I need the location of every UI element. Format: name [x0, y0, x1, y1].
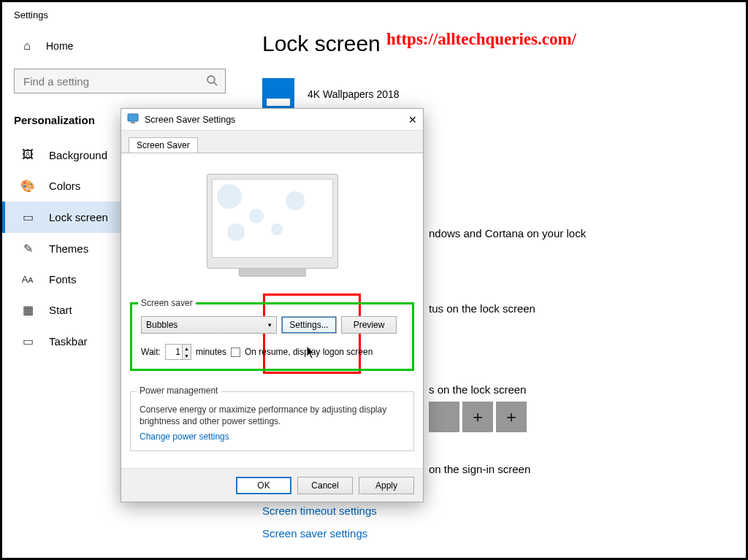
sidebar-item-label: Taskbar — [49, 335, 88, 348]
app-title: Settings — [2, 2, 245, 35]
spinner-down-icon[interactable]: ▼ — [182, 352, 191, 359]
ok-button[interactable]: OK — [236, 477, 291, 494]
link-screen-timeout[interactable]: Screen timeout settings — [262, 505, 746, 517]
dialog-footer: OK Cancel Apply — [121, 468, 423, 502]
tab-screen-saver[interactable]: Screen Saver — [129, 137, 198, 153]
group-legend: Power management — [137, 386, 221, 396]
preview-button[interactable]: Preview — [341, 316, 397, 334]
settings-button[interactable]: Settings... — [281, 316, 337, 334]
group-power-management: Power management Conserve energy or maxi… — [130, 391, 414, 451]
sidebar-item-label: Colors — [49, 180, 80, 192]
svg-rect-2 — [128, 114, 138, 121]
background-text: ndows and Cortana on your lock — [429, 227, 746, 239]
lock-icon: ▭ — [20, 210, 36, 224]
search-icon — [206, 74, 218, 88]
page-title: Lock screen — [262, 31, 746, 56]
minutes-label: minutes — [196, 347, 226, 357]
combo-value: Bubbles — [146, 320, 178, 330]
wait-value[interactable] — [166, 346, 182, 358]
search-field[interactable] — [22, 74, 206, 88]
chevron-down-icon: ▾ — [268, 321, 272, 329]
apply-button[interactable]: Apply — [359, 477, 414, 494]
sidebar-item-label: Start — [49, 304, 72, 316]
svg-rect-3 — [131, 122, 135, 123]
resume-label: On resume, display logon screen — [245, 347, 373, 357]
dialog-icon — [127, 113, 139, 126]
add-app-tile[interactable]: ＋ — [462, 402, 493, 432]
background-text: s on the lock screen — [429, 383, 746, 396]
palette-icon: 🎨 — [20, 179, 36, 193]
cancel-button[interactable]: Cancel — [297, 477, 353, 494]
screen-saver-preview — [130, 161, 414, 276]
app-tile-label: 4K Wallpapers 2018 — [308, 88, 400, 100]
search-input[interactable] — [14, 69, 226, 93]
sidebar-item-label: Themes — [49, 242, 88, 255]
spinner-up-icon[interactable]: ▲ — [182, 345, 191, 352]
group-screen-saver: Screen saver Bubbles ▾ Settings... Previ… — [130, 302, 414, 371]
link-screen-saver[interactable]: Screen saver settings — [262, 527, 746, 540]
lockscreen-app-tile[interactable]: 4K Wallpapers 2018 — [262, 78, 746, 110]
sidebar-item-label: Background — [49, 149, 107, 161]
wait-spinner[interactable]: ▲ ▼ — [165, 344, 191, 360]
sidebar-item-label: Lock screen — [49, 211, 108, 223]
background-text: on the sign-in screen — [429, 463, 746, 475]
app-chooser-tile[interactable] — [429, 402, 459, 432]
wait-label: Wait: — [141, 347, 161, 357]
dialog-titlebar[interactable]: Screen Saver Settings ✕ — [121, 109, 423, 131]
home-nav[interactable]: ⌂ Home — [2, 35, 245, 57]
dialog-title: Screen Saver Settings — [145, 115, 235, 125]
close-icon: ✕ — [408, 114, 417, 126]
dialog-tabstrip: Screen Saver — [121, 131, 423, 153]
power-text: Conserve energy or maximize performance … — [140, 404, 405, 427]
resume-checkbox[interactable] — [231, 348, 240, 357]
close-button[interactable]: ✕ — [392, 114, 417, 126]
change-power-settings-link[interactable]: Change power settings — [140, 431, 229, 442]
screen-saver-dialog: Screen Saver Settings ✕ Screen Saver — [121, 108, 424, 502]
taskbar-icon: ▭ — [20, 334, 36, 348]
svg-point-0 — [207, 76, 215, 83]
add-app-tile[interactable]: ＋ — [496, 402, 527, 432]
fonts-icon: Aᴀ — [20, 274, 36, 285]
home-icon: ⌂ — [20, 39, 34, 53]
group-legend: Screen saver — [138, 298, 196, 308]
picture-icon: 🖼 — [20, 148, 36, 161]
sidebar-item-label: Fonts — [49, 273, 77, 285]
app-chooser-tiles: ＋ ＋ — [429, 402, 746, 432]
themes-icon: ✎ — [20, 242, 36, 256]
home-label: Home — [46, 40, 73, 52]
svg-line-1 — [214, 83, 217, 85]
background-text: tus on the lock screen — [429, 302, 746, 315]
app-tile-icon — [262, 78, 294, 110]
screen-saver-combobox[interactable]: Bubbles ▾ — [141, 316, 277, 334]
start-icon: ▦ — [20, 303, 36, 317]
